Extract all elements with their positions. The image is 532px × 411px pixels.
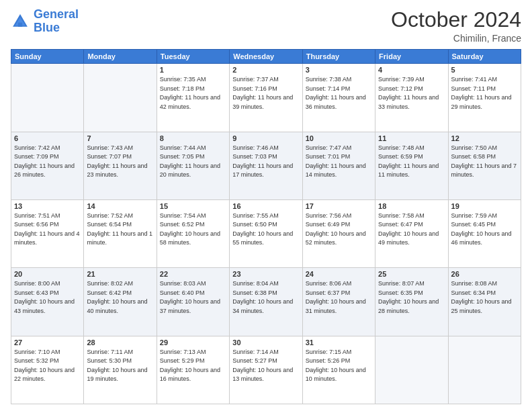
day-info: Sunrise: 7:48 AMSunset: 6:59 PMDaylight:… xyxy=(378,144,445,180)
day-cell: 1Sunrise: 7:35 AMSunset: 7:18 PMDaylight… xyxy=(157,64,229,132)
week-row-2: 6Sunrise: 7:42 AMSunset: 7:09 PMDaylight… xyxy=(11,132,521,199)
day-number: 3 xyxy=(306,66,372,74)
day-cell: 25Sunrise: 8:07 AMSunset: 6:35 PMDayligh… xyxy=(375,268,448,336)
day-number: 30 xyxy=(232,338,299,347)
day-info: Sunrise: 8:07 AMSunset: 6:35 PMDaylight:… xyxy=(378,279,445,316)
day-info: Sunrise: 7:39 AMSunset: 7:12 PMDaylight:… xyxy=(378,75,445,111)
day-number: 14 xyxy=(87,202,153,210)
weekday-header-row: Sunday Monday Tuesday Wednesday Thursday… xyxy=(11,50,521,64)
day-number: 17 xyxy=(306,202,372,210)
day-cell: 20Sunrise: 8:00 AMSunset: 6:43 PMDayligh… xyxy=(11,268,84,336)
day-cell xyxy=(448,336,521,404)
day-cell xyxy=(375,336,448,404)
day-info: Sunrise: 7:46 AMSunset: 7:03 PMDaylight:… xyxy=(232,144,299,180)
day-number: 18 xyxy=(378,202,445,210)
day-info: Sunrise: 7:43 AMSunset: 7:07 PMDaylight:… xyxy=(87,144,153,180)
svg-rect-2 xyxy=(18,22,22,26)
day-cell: 16Sunrise: 7:55 AMSunset: 6:50 PMDayligh… xyxy=(230,199,302,267)
day-number: 25 xyxy=(378,270,445,278)
day-cell: 24Sunrise: 8:06 AMSunset: 6:37 PMDayligh… xyxy=(302,268,375,336)
logo-line1: General xyxy=(34,7,79,21)
day-info: Sunrise: 8:04 AMSunset: 6:38 PMDaylight:… xyxy=(232,279,299,316)
day-info: Sunrise: 7:54 AMSunset: 6:52 PMDaylight:… xyxy=(160,212,226,248)
day-number: 29 xyxy=(160,338,226,347)
location-title: Chimilin, France xyxy=(391,33,521,44)
logo-line2: Blue xyxy=(34,21,60,34)
day-info: Sunrise: 7:47 AMSunset: 7:01 PMDaylight:… xyxy=(306,144,372,180)
day-cell: 13Sunrise: 7:51 AMSunset: 6:56 PMDayligh… xyxy=(11,199,84,267)
day-info: Sunrise: 7:11 AMSunset: 5:30 PMDaylight:… xyxy=(87,348,153,384)
day-cell xyxy=(11,64,84,132)
day-number: 2 xyxy=(232,66,299,74)
day-info: Sunrise: 7:50 AMSunset: 6:58 PMDaylight:… xyxy=(451,144,518,180)
day-number: 1 xyxy=(160,66,226,74)
page-header: General Blue October 2024 Chimilin, Fran… xyxy=(11,8,521,44)
day-cell: 8Sunrise: 7:44 AMSunset: 7:05 PMDaylight… xyxy=(157,132,229,199)
week-row-3: 13Sunrise: 7:51 AMSunset: 6:56 PMDayligh… xyxy=(11,199,521,267)
logo-icon xyxy=(11,12,30,31)
day-cell: 6Sunrise: 7:42 AMSunset: 7:09 PMDaylight… xyxy=(11,132,84,199)
day-number: 7 xyxy=(87,134,153,142)
day-number: 19 xyxy=(451,202,518,210)
day-info: Sunrise: 7:37 AMSunset: 7:16 PMDaylight:… xyxy=(232,75,299,111)
calendar-table: Sunday Monday Tuesday Wednesday Thursday… xyxy=(11,49,521,404)
day-number: 5 xyxy=(451,66,518,74)
header-monday: Monday xyxy=(84,50,157,64)
calendar-page: General Blue October 2024 Chimilin, Fran… xyxy=(0,0,532,411)
day-number: 27 xyxy=(14,338,81,347)
day-number: 20 xyxy=(14,270,81,278)
week-row-5: 27Sunrise: 7:10 AMSunset: 5:32 PMDayligh… xyxy=(11,336,521,404)
day-info: Sunrise: 7:14 AMSunset: 5:27 PMDaylight:… xyxy=(232,348,299,384)
header-tuesday: Tuesday xyxy=(157,50,229,64)
day-cell: 7Sunrise: 7:43 AMSunset: 7:07 PMDaylight… xyxy=(84,132,157,199)
day-cell: 21Sunrise: 8:02 AMSunset: 6:42 PMDayligh… xyxy=(84,268,157,336)
day-cell: 11Sunrise: 7:48 AMSunset: 6:59 PMDayligh… xyxy=(375,132,448,199)
day-cell: 26Sunrise: 8:08 AMSunset: 6:34 PMDayligh… xyxy=(448,268,521,336)
day-cell: 4Sunrise: 7:39 AMSunset: 7:12 PMDaylight… xyxy=(375,64,448,132)
day-info: Sunrise: 7:56 AMSunset: 6:49 PMDaylight:… xyxy=(306,212,372,248)
day-number: 8 xyxy=(160,134,226,142)
day-info: Sunrise: 8:02 AMSunset: 6:42 PMDaylight:… xyxy=(87,279,153,316)
month-title: October 2024 xyxy=(391,8,521,32)
day-info: Sunrise: 7:44 AMSunset: 7:05 PMDaylight:… xyxy=(160,144,226,180)
day-number: 22 xyxy=(160,270,226,278)
day-number: 28 xyxy=(87,338,153,347)
day-cell xyxy=(84,64,157,132)
day-info: Sunrise: 7:42 AMSunset: 7:09 PMDaylight:… xyxy=(14,144,81,180)
header-wednesday: Wednesday xyxy=(230,50,302,64)
week-row-1: 1Sunrise: 7:35 AMSunset: 7:18 PMDaylight… xyxy=(11,64,521,132)
day-cell: 2Sunrise: 7:37 AMSunset: 7:16 PMDaylight… xyxy=(230,64,302,132)
day-number: 11 xyxy=(378,134,445,142)
day-cell: 5Sunrise: 7:41 AMSunset: 7:11 PMDaylight… xyxy=(448,64,521,132)
day-cell: 31Sunrise: 7:15 AMSunset: 5:26 PMDayligh… xyxy=(302,336,375,404)
day-number: 16 xyxy=(232,202,299,210)
day-info: Sunrise: 8:00 AMSunset: 6:43 PMDaylight:… xyxy=(14,279,81,316)
day-number: 15 xyxy=(160,202,226,210)
day-cell: 14Sunrise: 7:52 AMSunset: 6:54 PMDayligh… xyxy=(84,199,157,267)
day-cell: 19Sunrise: 7:59 AMSunset: 6:45 PMDayligh… xyxy=(448,199,521,267)
header-friday: Friday xyxy=(375,50,448,64)
day-number: 24 xyxy=(306,270,372,278)
day-info: Sunrise: 7:58 AMSunset: 6:47 PMDaylight:… xyxy=(378,212,445,248)
day-cell: 30Sunrise: 7:14 AMSunset: 5:27 PMDayligh… xyxy=(230,336,302,404)
day-cell: 29Sunrise: 7:13 AMSunset: 5:29 PMDayligh… xyxy=(157,336,229,404)
day-number: 31 xyxy=(306,338,372,347)
day-cell: 27Sunrise: 7:10 AMSunset: 5:32 PMDayligh… xyxy=(11,336,84,404)
day-info: Sunrise: 7:51 AMSunset: 6:56 PMDaylight:… xyxy=(14,212,81,248)
day-info: Sunrise: 8:06 AMSunset: 6:37 PMDaylight:… xyxy=(306,279,372,316)
header-saturday: Saturday xyxy=(448,50,521,64)
day-cell: 3Sunrise: 7:38 AMSunset: 7:14 PMDaylight… xyxy=(302,64,375,132)
day-cell: 10Sunrise: 7:47 AMSunset: 7:01 PMDayligh… xyxy=(302,132,375,199)
day-info: Sunrise: 7:15 AMSunset: 5:26 PMDaylight:… xyxy=(306,348,372,384)
day-number: 10 xyxy=(306,134,372,142)
day-cell: 12Sunrise: 7:50 AMSunset: 6:58 PMDayligh… xyxy=(448,132,521,199)
day-info: Sunrise: 8:03 AMSunset: 6:40 PMDaylight:… xyxy=(160,279,226,316)
day-info: Sunrise: 7:41 AMSunset: 7:11 PMDaylight:… xyxy=(451,75,518,111)
day-info: Sunrise: 7:35 AMSunset: 7:18 PMDaylight:… xyxy=(160,75,226,111)
day-number: 9 xyxy=(232,134,299,142)
day-number: 6 xyxy=(14,134,81,142)
day-number: 26 xyxy=(451,270,518,278)
day-info: Sunrise: 7:38 AMSunset: 7:14 PMDaylight:… xyxy=(306,75,372,111)
day-cell: 22Sunrise: 8:03 AMSunset: 6:40 PMDayligh… xyxy=(157,268,229,336)
day-info: Sunrise: 7:10 AMSunset: 5:32 PMDaylight:… xyxy=(14,348,81,384)
